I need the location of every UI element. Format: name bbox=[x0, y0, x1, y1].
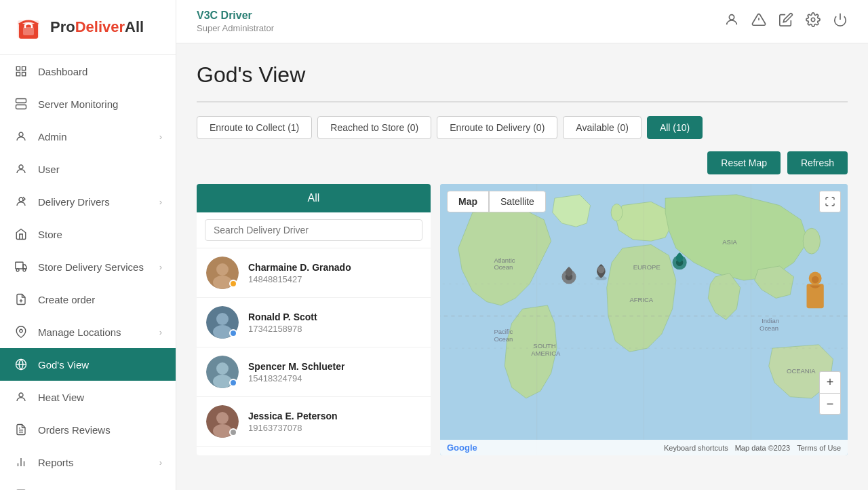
svg-point-28 bbox=[729, 15, 734, 20]
filter-tab-enroute-collect[interactable]: Enroute to Collect (1) bbox=[197, 116, 312, 139]
chevron-icon-delivery-drivers: › bbox=[159, 197, 162, 207]
delivery-services-icon bbox=[14, 259, 28, 274]
sidebar: ProDeliverAll Dashboard Server Monitorin… bbox=[0, 0, 176, 490]
svg-rect-14 bbox=[16, 262, 23, 269]
map-zoom-controls: + − bbox=[819, 371, 841, 415]
svg-point-11 bbox=[19, 132, 23, 136]
driver-list-item[interactable]: Charmaine D. Granado 14848815427 bbox=[197, 248, 431, 298]
alert-header-icon[interactable] bbox=[751, 12, 766, 31]
svg-rect-2 bbox=[23, 27, 34, 35]
reset-map-button[interactable]: Reset Map bbox=[707, 151, 781, 174]
refresh-button[interactable]: Refresh bbox=[787, 151, 848, 174]
header-title: V3C Driver bbox=[197, 10, 274, 22]
sidebar-item-label-create-order: Create order bbox=[38, 294, 162, 305]
svg-text:Ocean: Ocean bbox=[494, 335, 513, 343]
map-data-label: Map data ©2023 bbox=[735, 444, 791, 452]
header-info: V3C Driver Super Administrator bbox=[197, 10, 274, 33]
gods-view-icon bbox=[14, 357, 28, 372]
driver-status-dot-1 bbox=[229, 280, 237, 288]
driver-list-item[interactable]: Jessica E. Peterson 19163737078 bbox=[197, 397, 431, 447]
sidebar-item-delivery-drivers[interactable]: Delivery Drivers › bbox=[0, 185, 176, 218]
sidebar-item-user[interactable]: User bbox=[0, 153, 176, 185]
server-icon bbox=[14, 96, 28, 111]
user-header-icon[interactable] bbox=[724, 12, 739, 31]
title-divider bbox=[197, 101, 848, 102]
location-icon bbox=[14, 324, 28, 339]
sidebar-item-dashboard[interactable]: Dashboard bbox=[0, 55, 176, 88]
header: V3C Driver Super Administrator bbox=[176, 0, 868, 43]
map-fullscreen-button[interactable] bbox=[819, 191, 841, 212]
driver-search-container bbox=[197, 212, 431, 248]
page-title: God's View bbox=[197, 62, 848, 88]
driver-name-1: Charmaine D. Granado bbox=[248, 262, 351, 273]
svg-point-22 bbox=[19, 393, 23, 397]
main-content: V3C Driver Super Administrator bbox=[176, 0, 868, 490]
svg-text:OCEANIA: OCEANIA bbox=[787, 367, 816, 375]
filter-tab-all[interactable]: All (10) bbox=[647, 116, 703, 139]
sidebar-item-manage-locations[interactable]: Manage Locations › bbox=[0, 316, 176, 348]
svg-text:EUROPE: EUROPE bbox=[633, 263, 660, 271]
sidebar-item-gods-view[interactable]: God's View bbox=[0, 348, 176, 381]
driver-status-dot-2 bbox=[229, 329, 237, 337]
sidebar-item-label-admin: Admin bbox=[38, 131, 159, 143]
driver-phone-4: 19163737078 bbox=[248, 423, 338, 433]
filter-tab-enroute-delivery[interactable]: Enroute to Delivery (0) bbox=[437, 116, 557, 139]
sidebar-item-label-orders-reviews: Orders Reviews bbox=[38, 424, 162, 436]
driver-info-2: Ronald P. Scott 17342158978 bbox=[248, 312, 317, 334]
sidebar-item-label-delivery-drivers: Delivery Drivers bbox=[38, 196, 159, 208]
header-icons bbox=[724, 12, 848, 31]
chevron-icon-reports: › bbox=[159, 457, 162, 468]
map-footer-links: Keyboard shortcuts Map data ©2023 Terms … bbox=[664, 444, 841, 452]
sidebar-item-server-monitoring[interactable]: Server Monitoring bbox=[0, 88, 176, 120]
driver-list-item[interactable]: Spencer M. Schlueter 15418324794 bbox=[197, 347, 431, 397]
sidebar-item-store-delivery-services[interactable]: Store Delivery Services › bbox=[0, 250, 176, 283]
map-tab-map[interactable]: Map bbox=[447, 191, 489, 212]
edit-header-icon[interactable] bbox=[778, 12, 793, 31]
driver-panel: All Charmaine D. Granado 14848815427 Ron… bbox=[197, 184, 431, 455]
svg-rect-6 bbox=[22, 73, 26, 76]
header-subtitle: Super Administrator bbox=[197, 23, 274, 33]
svg-point-13 bbox=[19, 197, 23, 202]
sidebar-item-support-requests[interactable]: Support Requests › bbox=[0, 478, 176, 490]
logo-text-deliver: Deliver bbox=[75, 18, 125, 35]
settings-header-icon[interactable] bbox=[806, 12, 821, 31]
power-header-icon[interactable] bbox=[833, 12, 848, 31]
map-zoom-in-button[interactable]: + bbox=[819, 371, 841, 393]
sidebar-item-store[interactable]: Store bbox=[0, 218, 176, 250]
filter-tab-available[interactable]: Available (0) bbox=[563, 116, 642, 139]
driver-phone-2: 17342158978 bbox=[248, 324, 317, 334]
driver-status-dot-3 bbox=[229, 379, 237, 387]
driver-name-2: Ronald P. Scott bbox=[248, 312, 317, 322]
sidebar-item-admin[interactable]: Admin › bbox=[0, 120, 176, 153]
driver-info-1: Charmaine D. Granado 14848815427 bbox=[248, 262, 351, 284]
svg-point-31 bbox=[811, 18, 815, 22]
svg-point-43 bbox=[216, 412, 229, 424]
svg-text:SOUTH: SOUTH bbox=[533, 342, 555, 350]
svg-rect-8 bbox=[16, 105, 26, 109]
driver-panel-header: All bbox=[197, 184, 431, 212]
terms-of-use-link[interactable]: Terms of Use bbox=[797, 444, 841, 452]
logo-text-all: All bbox=[125, 18, 144, 35]
action-bar: Reset Map Refresh bbox=[197, 151, 848, 174]
map-tab-satellite[interactable]: Satellite bbox=[489, 191, 546, 212]
svg-rect-4 bbox=[22, 67, 26, 70]
svg-rect-5 bbox=[16, 73, 20, 76]
sidebar-item-reports[interactable]: Reports › bbox=[0, 446, 176, 478]
sidebar-item-orders-reviews[interactable]: Orders Reviews bbox=[0, 413, 176, 446]
sidebar-item-label-server-monitoring: Server Monitoring bbox=[38, 98, 162, 110]
sidebar-item-heat-view[interactable]: Heat View bbox=[0, 381, 176, 413]
filter-tab-reached-store[interactable]: Reached to Store (0) bbox=[317, 116, 431, 139]
support-icon bbox=[14, 487, 28, 490]
driver-list-item[interactable]: Ronald P. Scott 17342158978 bbox=[197, 298, 431, 347]
svg-text:AFRICA: AFRICA bbox=[629, 296, 653, 303]
map-zoom-out-button[interactable]: − bbox=[819, 393, 841, 415]
heat-view-icon bbox=[14, 390, 28, 404]
sidebar-item-create-order[interactable]: Create order bbox=[0, 283, 176, 316]
svg-point-74 bbox=[812, 276, 819, 284]
sidebar-item-label-user: User bbox=[38, 164, 162, 175]
keyboard-shortcuts-link[interactable]: Keyboard shortcuts bbox=[664, 444, 728, 452]
svg-point-12 bbox=[19, 165, 23, 169]
svg-point-37 bbox=[216, 313, 229, 325]
svg-point-46 bbox=[803, 228, 820, 254]
driver-search-input[interactable] bbox=[205, 219, 422, 241]
